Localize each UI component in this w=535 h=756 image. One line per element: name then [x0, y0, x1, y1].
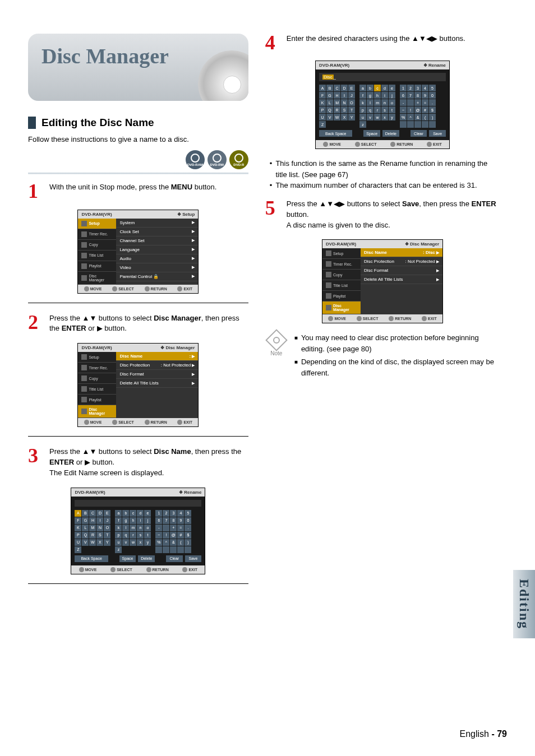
step-4-bullets: This function is the same as the Rename … [265, 158, 500, 191]
kbd-key: Y [348, 114, 355, 120]
sidebar-item-copy: Copy [78, 240, 116, 251]
kbd-key: 6 [400, 92, 407, 99]
kbd-input [75, 500, 201, 507]
sidebar-item-discmanager: Disc Manager [322, 302, 361, 314]
kbd-key: z [115, 546, 122, 553]
osd-disc-manager: DVD-RAM(VR) ❖ Disc Manager Setup Timer R… [77, 343, 199, 427]
kbd-key: t [144, 532, 151, 539]
kbd-key: C [89, 510, 96, 517]
kbd-key: d [381, 85, 388, 91]
kbd-key: B [82, 510, 89, 517]
note-item: You may need to clear disc protection be… [294, 332, 500, 354]
kbd-key: # [422, 106, 428, 113]
step-2: 2 Press the ▲▼ buttons to select Disc Ma… [28, 313, 248, 335]
sidebar-item-discmanager: Disc Manager [78, 405, 116, 418]
kbd-key: . [185, 525, 191, 531]
kbd-key: 8 [414, 92, 421, 99]
kbd-key: 3 [414, 85, 421, 91]
kbd-key: K [319, 99, 326, 106]
kbd-key: 5 [185, 510, 191, 517]
kbd-key: D [341, 85, 348, 91]
kbd-key: X [341, 114, 348, 120]
kbd-key: G [326, 92, 333, 99]
kbd-key: ! [407, 106, 414, 113]
kbd-key: s [381, 106, 388, 113]
kbd-key: + [414, 99, 421, 106]
kbd-key: g [122, 517, 129, 524]
timer-icon [81, 231, 87, 237]
kbd-key: f [115, 517, 122, 524]
step-5: 5 Press the ▲▼◀▶ buttons to select Save,… [265, 199, 500, 231]
kbd-key [170, 546, 177, 553]
kbd-key: E [348, 85, 355, 91]
kbd-key: 7 [163, 517, 169, 524]
disc-badge-row: DVD-RAM DVD-RW DVD-R [28, 150, 248, 169]
kbd-key: R [89, 532, 96, 539]
kbd-key: - [400, 99, 407, 106]
kbd-key: - [155, 525, 162, 531]
step-1-number: 1 [28, 182, 44, 200]
osd-disc-manager-named: DVD-RAM(VR)❖ Disc Manager Setup Timer Re… [322, 239, 443, 323]
sidebar-item-titlelist: Title List [78, 384, 116, 395]
playlist-icon [81, 263, 87, 269]
kbd-key: l [122, 525, 129, 531]
disc-icon [81, 275, 87, 281]
dvd-ram-icon: DVD-RAM [186, 150, 205, 169]
kbd-key: r [374, 106, 381, 113]
kbd-key [185, 546, 191, 553]
kbd-key: t [389, 106, 395, 113]
osd-rename-keyboard-disc: DVD-RAM(VR)❖ Rename Disc_ ABCDEFGHIJKLMN… [315, 61, 450, 149]
kbd-key: o [389, 99, 395, 106]
sidebar-item-copy: Copy [78, 373, 116, 384]
kbd-key [414, 121, 421, 128]
kbd-key [177, 546, 184, 553]
banner-title: Disc Manager [41, 44, 235, 68]
kbd-key [407, 121, 414, 128]
kbd-key: 0 [185, 517, 191, 524]
kbd-key: h [130, 517, 136, 524]
kbd-key: M [334, 99, 340, 106]
kbd-key: W [334, 114, 340, 120]
kbd-key: Y [104, 539, 110, 546]
kbd-key: % [400, 114, 407, 120]
kbd-key: 4 [177, 510, 184, 517]
step-1: 1 With the unit in Stop mode, press the … [28, 182, 248, 200]
kbd-key: o [144, 525, 151, 531]
kbd-key: ! [163, 532, 169, 539]
kbd-key: I [341, 92, 348, 99]
sidebar-item-setup: Setup [322, 248, 361, 259]
osd-setup-menu: DVD-RAM(VR) ❖ Setup Setup Timer Rec. Cop… [77, 210, 199, 294]
kbd-key: Q [82, 532, 89, 539]
divider [28, 303, 248, 303]
kbd-key: A [75, 510, 81, 517]
kbd-key: & [170, 539, 177, 546]
kbd-key: V [82, 539, 89, 546]
kbd-key: j [144, 517, 151, 524]
kbd-key: C [334, 85, 340, 91]
step-3-text: Press the ▲▼ buttons to select Disc Name… [49, 447, 248, 479]
sidebar-item-discmanager: Disc Manager [78, 272, 116, 285]
step-3: 3 Press the ▲▼ buttons to select Disc Na… [28, 447, 248, 479]
step-3-number: 3 [28, 447, 44, 479]
kbd-key: ) [185, 539, 191, 546]
dvd-r-icon: DVD-R [229, 150, 248, 169]
kbd-key: . [429, 99, 436, 106]
kbd-save: Save [185, 555, 202, 562]
kbd-key: p [115, 532, 122, 539]
note-icon [265, 330, 288, 352]
kbd-key: & [414, 114, 421, 120]
osd-footer: MOVE SELECT RETURN EXIT [78, 285, 198, 293]
kbd-key: z [359, 121, 366, 128]
kbd-clear: Clear [166, 555, 183, 562]
kbd-key: W [89, 539, 96, 546]
kbd-key: N [96, 525, 103, 531]
kbd-key: a [359, 85, 366, 91]
kbd-key: a [115, 510, 122, 517]
kbd-key: r [130, 532, 136, 539]
kbd-key: k [115, 525, 122, 531]
kbd-key: j [389, 92, 395, 99]
kbd-key: e [144, 510, 151, 517]
kbd-key: s [137, 532, 144, 539]
kbd-key: 2 [163, 510, 169, 517]
sidebar-item-setup: Setup [78, 219, 116, 229]
